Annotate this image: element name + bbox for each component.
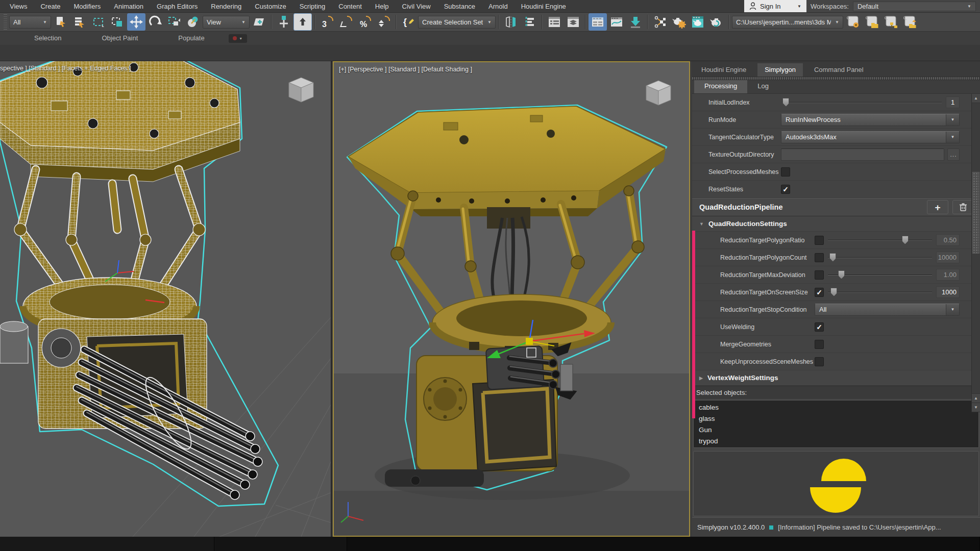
edit-named-selection-sets-button[interactable]: { (399, 13, 418, 31)
dropdown-reductiontargetstopcondition[interactable]: All▼ (815, 304, 960, 316)
scroll-thumb[interactable] (972, 172, 979, 254)
viewport-left[interactable]: spective ] [Standard ] [Facets + Edged F… (0, 61, 332, 537)
selected-object-cables[interactable]: cables (694, 402, 978, 413)
textfield-textureoutputdirectory[interactable] (781, 148, 944, 161)
slider-handle[interactable] (902, 236, 909, 244)
browse-button[interactable]: ... (947, 148, 960, 161)
scene-explorer-button[interactable] (545, 13, 564, 31)
menu-help[interactable]: Help (369, 0, 396, 13)
script-link-button[interactable] (881, 13, 900, 31)
scroll-down-button[interactable]: ▼ (972, 403, 980, 412)
reference-coordinate-dropdown[interactable]: View ▼ (203, 16, 250, 29)
chevron-down-icon[interactable]: ▼ (946, 132, 959, 143)
value-reductiontargetpolygoncount[interactable]: 10000 (936, 252, 960, 263)
scale-tool-button[interactable] (165, 13, 183, 31)
snap-toggle-3d-button[interactable]: 3 (318, 13, 336, 31)
vertex-weight-settings-header[interactable]: ▶ VertexWeightSettings (692, 370, 980, 386)
selected-objects-list[interactable]: cablesglassGuntrypod (693, 400, 979, 448)
checkbox-mergegeometries[interactable] (815, 340, 824, 349)
keyboard-override-toggle-button[interactable] (293, 13, 312, 31)
window-crossing-button[interactable] (108, 13, 127, 31)
viewcube[interactable] (287, 74, 315, 104)
viewport-right-active[interactable]: [+] [Perspective ] [Standard ] [Default … (333, 61, 690, 537)
menu-animation[interactable]: Animation (107, 0, 150, 13)
viewcube[interactable] (644, 78, 673, 107)
menu-substance[interactable]: Substance (437, 0, 482, 13)
value-reductiontargetmaxdeviation[interactable]: 1.00 (936, 269, 960, 281)
selected-object-glass[interactable]: glass (694, 413, 978, 424)
quad-reduction-settings-header[interactable]: ▼ QuadReductionSettings (692, 216, 980, 232)
ribbon-tab-selection[interactable]: Selection (28, 32, 67, 45)
checkbox-selectprocessedmeshes[interactable] (781, 167, 790, 177)
curve-editor-button[interactable] (607, 13, 626, 31)
menu-scripting[interactable]: Scripting (293, 0, 332, 13)
menu-modifiers[interactable]: Modifiers (67, 0, 107, 13)
checkbox-reductiontargetonscreensize[interactable]: ✓ (815, 288, 824, 297)
viewport-left-label[interactable]: spective ] [Standard ] [Facets + Edged F… (0, 65, 131, 72)
tab-simplygon[interactable]: Simplygon (757, 63, 803, 77)
delete-pipeline-button[interactable] (952, 200, 974, 214)
script-folder-button[interactable] (863, 13, 881, 31)
mirror-button[interactable] (502, 13, 520, 31)
render-setup-button[interactable] (689, 13, 707, 31)
slider-handle[interactable] (838, 270, 845, 279)
percent-snap-toggle-button[interactable]: % (356, 13, 374, 31)
viewport-right-label[interactable]: [+] [Perspective ] [Standard ] [Default … (339, 66, 472, 73)
slider-initiallodindex[interactable] (781, 97, 943, 108)
scroll-up-button[interactable]: ▲ (972, 94, 980, 103)
subtab-log[interactable]: Log (747, 80, 779, 93)
chevron-down-icon[interactable]: ▼ (946, 114, 959, 126)
drop-tray-arrow-button[interactable] (626, 13, 645, 31)
move-tool-button[interactable] (127, 13, 145, 31)
checkbox-usewelding[interactable]: ✓ (815, 322, 824, 332)
ribbon-tab-object-paint[interactable]: Object Paint (95, 32, 144, 45)
checkbox-keepunprocessedscenemeshes[interactable] (815, 357, 824, 366)
value-reductiontargetonscreensize[interactable]: 1000 (936, 286, 960, 298)
select-object-button[interactable] (52, 13, 70, 31)
use-pivot-center-button[interactable] (250, 13, 268, 31)
slider-handle[interactable] (830, 288, 837, 296)
tab-command-panel[interactable]: Command Panel (807, 63, 871, 77)
toolbar-grip[interactable] (4, 14, 7, 30)
checkbox-reductiontargetpolygonratio[interactable] (815, 236, 824, 245)
schematic-view-button[interactable] (651, 13, 669, 31)
scroll-up-button-2[interactable]: ▲ (972, 394, 980, 403)
align-button[interactable] (521, 13, 539, 31)
slider-reductiontargetpolygonratio[interactable] (827, 235, 933, 246)
material-editor-button[interactable] (670, 13, 688, 31)
menu-customize[interactable]: Customize (248, 0, 292, 13)
angle-snap-toggle-button[interactable] (337, 13, 355, 31)
select-and-manipulate-button[interactable] (275, 13, 293, 31)
script-gear-button[interactable] (844, 13, 862, 31)
settings-scrollbar[interactable]: ▲ ▲ ▼ (971, 94, 980, 412)
slider-reductiontargetmaxdeviation[interactable] (827, 269, 933, 281)
checkbox-reductiontargetpolygoncount[interactable] (815, 253, 824, 262)
sign-in-button[interactable]: Sign In ▼ (744, 0, 806, 12)
checkbox-resetstates[interactable]: ✓ (781, 185, 790, 194)
value-initiallodindex[interactable]: 1 (946, 96, 960, 108)
menu-arnold[interactable]: Arnold (482, 0, 514, 13)
subtab-processing[interactable]: Processing (694, 80, 747, 93)
dropdown-runmode[interactable]: RunInNewProcess▼ (781, 114, 960, 126)
rotate-tool-button[interactable] (146, 13, 164, 31)
viewport-right-canvas[interactable] (334, 62, 689, 536)
selected-object-gun[interactable]: Gun (694, 424, 978, 436)
menu-content[interactable]: Content (332, 0, 369, 13)
tab-houdini-engine[interactable]: Houdini Engine (694, 63, 753, 77)
rectangular-selection-region-button[interactable] (89, 13, 108, 31)
selected-object-trypod[interactable]: trypod (694, 436, 978, 447)
spinner-snap-toggle-button[interactable] (375, 13, 393, 31)
selection-filter-dropdown[interactable]: All ▼ (9, 16, 51, 29)
viewport-left-canvas[interactable] (0, 61, 332, 537)
layer-explorer-button[interactable] (564, 13, 582, 31)
named-selection-set-dropdown[interactable]: Create Selection Set ▼ (418, 16, 496, 29)
rendered-frame-window-button[interactable] (707, 13, 726, 31)
ribbon-config-button[interactable]: ▼ (229, 34, 247, 43)
project-folder-dropdown[interactable]: C:\Users\jespertin...ments\3ds Max 202 ▼ (732, 16, 843, 29)
menu-graph-editors[interactable]: Graph Editors (150, 0, 204, 13)
select-by-name-button[interactable] (70, 13, 89, 31)
slider-reductiontargetpolygoncount[interactable] (827, 252, 933, 263)
select-and-place-button[interactable] (184, 13, 202, 31)
menu-houdini-engine[interactable]: Houdini Engine (514, 0, 573, 13)
menu-civil-view[interactable]: Civil View (396, 0, 437, 13)
